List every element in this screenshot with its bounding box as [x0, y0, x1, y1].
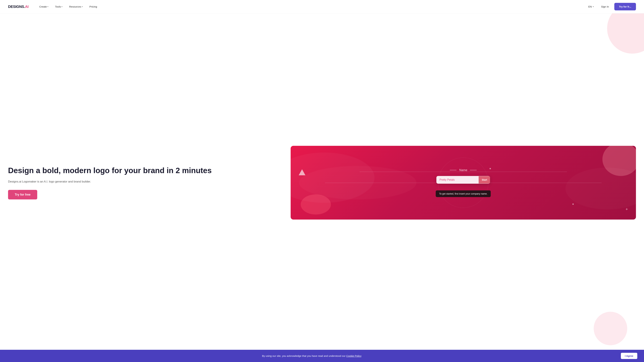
nav-item-create[interactable]: Create ▾ — [36, 4, 51, 9]
name-dash-right — [470, 170, 477, 170]
sign-in-link[interactable]: Sign In — [598, 4, 612, 9]
chevron-down-icon: ▾ — [62, 6, 62, 7]
tooltip: To get started, first insert your compan… — [436, 190, 491, 197]
wave-3 — [299, 166, 416, 199]
chevron-down-icon: ▾ — [593, 6, 594, 7]
name-dash-left — [450, 170, 456, 170]
nav-item-resources[interactable]: Resources ▾ — [66, 4, 85, 9]
hero-subtitle: Designs.ai Logomaker is an A.I. logo gen… — [8, 179, 284, 184]
chevron-down-icon: ▾ — [82, 6, 83, 7]
triangle-icon — [299, 169, 306, 175]
cookie-banner: By using our site, you acknowledge that … — [0, 350, 644, 352]
logo[interactable]: DESIGNS.AI — [8, 4, 28, 9]
nav-links: Create ▾ Tools ▾ Resources ▾ Pricing — [36, 4, 586, 9]
hero-section: Design a bold, modern logo for your bran… — [0, 13, 644, 352]
wave-2 — [566, 168, 636, 210]
nav-item-tools[interactable]: Tools ▾ — [52, 4, 65, 9]
dot-2 — [572, 203, 574, 205]
demo-input-wrapper: Start — [436, 176, 490, 184]
hero-left: Design a bold, modern logo for your bran… — [8, 166, 291, 199]
nav-item-pricing[interactable]: Pricing — [87, 4, 100, 9]
name-label: Name — [450, 168, 477, 172]
navbar: DESIGNS.AI Create ▾ Tools ▾ Resources ▾ … — [0, 0, 644, 13]
plus-icon: + — [626, 207, 628, 212]
hero-title: Design a bold, modern logo for your bran… — [8, 166, 284, 175]
company-name-input[interactable] — [436, 176, 479, 184]
try-for-free-hero-button[interactable]: Try for free — [8, 190, 37, 199]
hero-right: + Name Start To get started, first inser… — [291, 146, 636, 220]
chevron-down-icon: ▾ — [48, 6, 48, 7]
logo-text: DESIGNS.AI — [8, 4, 28, 9]
language-selector[interactable]: EN ▾ — [586, 4, 596, 9]
try-for-free-nav-button[interactable]: Try for fr... — [614, 3, 636, 10]
dot-1 — [490, 168, 491, 169]
nav-right: EN ▾ Sign In Try for fr... — [586, 3, 636, 10]
demo-card: + Name Start To get started, first inser… — [291, 146, 636, 220]
start-button[interactable]: Start — [479, 176, 490, 184]
